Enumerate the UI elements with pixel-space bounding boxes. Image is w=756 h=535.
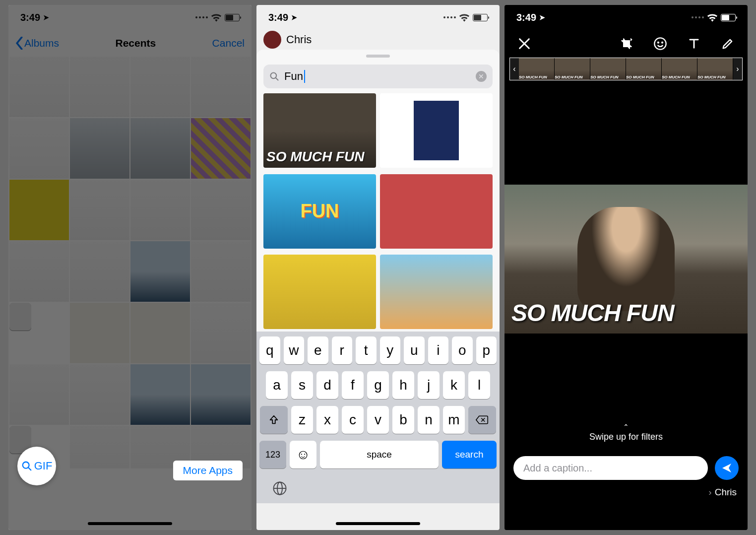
key-o[interactable]: o — [452, 336, 473, 364]
frame-strip[interactable]: ‹ SO MUCH FUNSO MUCH FUNSO MUCH FUNSO MU… — [509, 58, 743, 80]
photo-thumb[interactable] — [70, 241, 129, 302]
chat-header[interactable]: Chris — [256, 30, 500, 50]
photo-thumb[interactable] — [191, 180, 251, 240]
gif-result[interactable]: FUN — [263, 174, 376, 249]
photo-thumb[interactable] — [130, 57, 190, 117]
key-b[interactable]: b — [392, 406, 414, 434]
photo-thumb[interactable] — [130, 118, 190, 179]
clear-search-button[interactable]: ✕ — [476, 71, 487, 82]
gif-search-field[interactable]: Fun ✕ — [263, 65, 493, 88]
backspace-key[interactable] — [468, 406, 496, 434]
photo-thumb[interactable] — [70, 57, 129, 117]
photo-thumb[interactable] — [9, 118, 69, 179]
timeline-frame[interactable]: SO MUCH FUN — [590, 58, 626, 80]
timeline-frame[interactable]: SO MUCH FUN — [662, 58, 697, 80]
close-button[interactable] — [516, 36, 532, 52]
photo-thumb[interactable] — [191, 303, 251, 363]
strip-prev-icon[interactable]: ‹ — [510, 65, 519, 73]
key-a[interactable]: a — [266, 371, 288, 399]
photo-thumb[interactable] — [9, 180, 69, 240]
home-indicator[interactable] — [336, 522, 420, 525]
key-d[interactable]: d — [316, 371, 338, 399]
back-to-albums-button[interactable]: Albums — [15, 37, 59, 50]
caption-input[interactable]: Add a caption... — [513, 456, 708, 480]
more-apps-button[interactable]: More Apps — [173, 461, 243, 480]
contact-name: Chris — [286, 33, 312, 46]
key-q[interactable]: q — [259, 336, 280, 364]
keyboard-action-key[interactable]: search — [442, 441, 497, 468]
key-r[interactable]: r — [332, 336, 353, 364]
gif-result[interactable] — [380, 174, 493, 249]
key-l[interactable]: l — [468, 371, 490, 399]
text-button[interactable] — [686, 36, 702, 52]
key-m[interactable]: m — [443, 406, 465, 434]
photo-thumb[interactable] — [70, 303, 129, 363]
gif-result[interactable] — [380, 255, 493, 329]
key-v[interactable]: v — [367, 406, 389, 434]
timeline-frame[interactable]: SO MUCH FUN — [697, 58, 733, 80]
cancel-button[interactable]: Cancel — [212, 37, 245, 49]
photo-thumb[interactable] — [130, 303, 190, 363]
sticker-button[interactable] — [652, 36, 668, 52]
key-k[interactable]: k — [443, 371, 465, 399]
key-t[interactable]: t — [356, 336, 377, 364]
timeline-frame[interactable]: SO MUCH FUN — [519, 58, 555, 80]
key-u[interactable]: u — [404, 336, 425, 364]
strip-next-icon[interactable]: › — [733, 65, 742, 73]
emoji-key[interactable]: ☺ — [290, 441, 316, 468]
key-y[interactable]: y — [380, 336, 401, 364]
frame-caption: SO MUCH FUN — [590, 75, 626, 79]
photo-thumb[interactable] — [130, 364, 190, 425]
timeline-frame[interactable]: SO MUCH FUN — [626, 58, 662, 80]
key-h[interactable]: h — [392, 371, 414, 399]
gif-result[interactable] — [263, 255, 376, 329]
key-n[interactable]: n — [418, 406, 440, 434]
key-p[interactable]: p — [476, 336, 497, 364]
photo-thumb[interactable] — [9, 57, 69, 117]
key-x[interactable]: x — [316, 406, 338, 434]
key-s[interactable]: s — [291, 371, 313, 399]
key-c[interactable]: c — [342, 406, 364, 434]
sheet-handle[interactable] — [366, 55, 390, 58]
wifi-icon — [459, 13, 470, 22]
recipient-row[interactable]: ›Chris — [504, 480, 748, 498]
photo-thumb[interactable] — [9, 303, 31, 331]
gif-label: GIF — [34, 460, 53, 472]
photo-thumb[interactable] — [9, 241, 69, 302]
send-button[interactable] — [715, 456, 739, 480]
key-z[interactable]: z — [291, 406, 313, 434]
home-indicator[interactable] — [88, 522, 172, 525]
status-time: 3:49 — [20, 12, 40, 23]
photo-thumb[interactable] — [191, 241, 251, 302]
key-i[interactable]: i — [428, 336, 449, 364]
key-g[interactable]: g — [367, 371, 389, 399]
photo-thumb[interactable] — [191, 118, 251, 179]
numeric-key[interactable]: 123 — [259, 441, 286, 468]
photo-thumb[interactable] — [70, 118, 129, 179]
key-j[interactable]: j — [418, 371, 440, 399]
photo-thumb[interactable] — [70, 180, 129, 240]
globe-key[interactable] — [259, 473, 497, 503]
photo-thumb[interactable] — [191, 364, 251, 425]
gif-result[interactable]: SO MUCH FUN — [263, 93, 376, 168]
shift-key[interactable] — [260, 406, 288, 434]
photo-thumb[interactable] — [70, 426, 129, 468]
key-w[interactable]: w — [284, 336, 305, 364]
crop-rotate-button[interactable] — [619, 36, 634, 52]
swipe-hint[interactable]: ⌃ Swipe up for filters — [504, 423, 748, 442]
space-key[interactable]: space — [320, 441, 439, 468]
draw-button[interactable] — [720, 36, 736, 52]
gif-search-button[interactable]: GIF — [17, 447, 56, 485]
search-value: Fun — [284, 70, 303, 83]
photo-thumb[interactable] — [9, 364, 69, 425]
timeline-frame[interactable]: SO MUCH FUN — [555, 58, 590, 80]
key-e[interactable]: e — [308, 336, 328, 364]
picker-title: Recents — [115, 37, 156, 49]
gif-result[interactable] — [380, 93, 493, 168]
photo-thumb[interactable] — [130, 241, 190, 302]
photo-thumb[interactable] — [130, 180, 190, 240]
chevron-right-icon: › — [708, 487, 711, 497]
key-f[interactable]: f — [342, 371, 364, 399]
photo-thumb[interactable] — [191, 57, 251, 117]
photo-thumb[interactable] — [70, 364, 129, 425]
